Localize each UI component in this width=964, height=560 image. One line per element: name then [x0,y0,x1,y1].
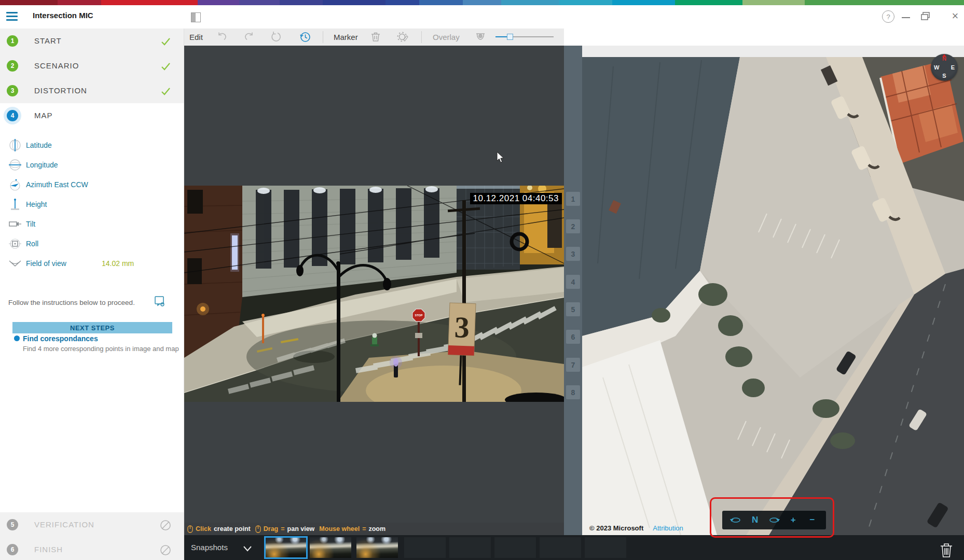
snapshot-thumbnail-selected[interactable] [265,537,307,558]
edit-section-label: Edit [189,33,203,41]
delete-snapshot-icon[interactable] [940,542,953,558]
field-field-of-view[interactable]: Field of view 14.02 mm [0,254,184,273]
restore-button[interactable] [920,11,931,21]
step-distortion[interactable]: 3 DISTORTION [0,78,184,103]
compass-rose[interactable]: N E S W [931,54,958,81]
snapshot-thumbnail[interactable] [356,537,398,558]
tilt-icon [8,217,22,231]
point-button-1[interactable]: 1 [566,192,580,206]
mouse-icon [187,525,193,533]
next-step-bullet [14,335,20,341]
point-button-4[interactable]: 4 [566,275,580,289]
undo-icon[interactable] [216,31,228,43]
step-finish[interactable]: 6 FINISH [0,537,184,560]
field-longitude[interactable]: Longitude [0,155,184,175]
point-number: 8 [571,388,575,397]
menu-icon[interactable] [5,10,19,23]
roll-icon [8,237,22,250]
field-label: Field of view [26,259,66,268]
step-label: SCENARIO [34,61,79,70]
snapshot-thumbnail[interactable] [310,537,351,558]
latitude-icon [8,138,22,152]
camera-dome-icon[interactable] [475,31,486,43]
hint-key: Click [196,525,211,533]
marker-section-label: Marker [334,33,358,41]
marker-settings-icon[interactable] [397,31,408,43]
aerial-map[interactable]: N E S W N + − © 2023 Microsoft Attributi… [582,46,964,535]
field-label: Latitude [26,141,52,149]
point-button-2[interactable]: 2 [566,219,580,233]
camera-timestamp: 10.12.2021 04:40:53 [470,193,562,204]
step-label: VERIFICATION [34,520,94,529]
point-button-7[interactable]: 7 [566,358,580,372]
copyright-text: © 2023 Microsoft [589,524,643,532]
blocked-icon [160,520,171,531]
zoom-in-button[interactable]: + [786,513,801,527]
instruction-text: Follow the instructions below to proceed… [8,299,148,306]
point-button-8[interactable]: 8 [566,385,580,399]
step-start[interactable]: 1 START [0,29,184,53]
field-of-view-icon [8,257,22,270]
svg-text:3: 3 [454,310,470,344]
edit-toolbar: Edit Marker Overlay [184,29,564,46]
rotate-ccw-icon[interactable] [270,31,282,43]
hint-click: Click create point [187,525,251,533]
step-map[interactable]: 4 MAP [0,103,184,128]
step-number-badge: 4 [7,110,18,121]
mouse-icon [255,525,261,533]
snapshots-label[interactable]: Snapshots [191,543,228,552]
toggle-sidebar-icon[interactable] [191,12,201,22]
step-verification[interactable]: 5 VERIFICATION [0,512,184,537]
step-number-badge: 1 [7,35,18,47]
field-roll[interactable]: Roll [0,234,184,254]
instruction-panel-icon[interactable] [154,295,166,307]
snapshot-slot-empty[interactable] [404,537,446,558]
wizard-sidebar: 1 START 2 SCENARIO 3 DISTORTION 4 MAP [0,29,184,560]
redo-icon[interactable] [243,31,255,43]
chevron-down-icon[interactable] [243,544,252,551]
delete-marker-icon[interactable] [370,31,381,43]
step-label: START [34,36,62,45]
check-icon [160,61,171,72]
rotate-right-icon[interactable] [767,513,781,527]
snapshot-slot-empty[interactable] [494,537,536,558]
rotate-left-icon[interactable] [728,513,743,527]
hint-equals: = [281,525,284,533]
attribution-link[interactable]: Attribution [653,524,683,532]
snapshot-slot-empty[interactable] [449,537,491,558]
compass-west: W [934,64,939,71]
point-button-6[interactable]: 6 [566,330,580,344]
point-number: 2 [571,222,575,231]
reset-north-button[interactable]: N [748,513,762,527]
minimize-button[interactable] [902,15,910,19]
point-number: 6 [571,333,575,341]
close-button[interactable]: × [948,9,962,23]
step-number-badge: 3 [7,85,18,96]
hint-drag: Drag = pan view [255,525,315,533]
field-azimuth[interactable]: Azimuth East CCW [0,175,184,194]
field-latitude[interactable]: Latitude [0,135,184,155]
field-tilt[interactable]: Tilt [0,214,184,234]
help-button[interactable]: ? [882,10,894,23]
snapshot-slot-empty[interactable] [585,537,626,558]
blocked-icon [160,544,171,556]
camera-image[interactable]: STOP 3 [184,186,564,402]
longitude-icon [8,158,22,172]
hint-key: Mouse wheel [319,525,360,533]
field-label: Tilt [26,220,35,228]
zoom-out-button[interactable]: − [805,513,820,527]
camera-viewport[interactable]: STOP 3 [184,46,564,537]
step-scenario[interactable]: 2 SCENARIO [0,53,184,78]
point-button-3[interactable]: 3 [566,247,580,261]
compass-south: S [942,73,946,79]
point-button-5[interactable]: 5 [566,302,580,316]
point-number: 3 [571,250,575,258]
field-label: Roll [26,240,38,248]
reset-history-icon[interactable] [299,31,311,43]
overlay-section-label: Overlay [433,33,460,41]
overlay-opacity-slider[interactable] [495,29,558,46]
field-height[interactable]: Height [0,194,184,214]
step-number-badge: 5 [7,519,18,530]
snapshot-slot-empty[interactable] [540,537,581,558]
slider-handle[interactable] [507,34,513,40]
